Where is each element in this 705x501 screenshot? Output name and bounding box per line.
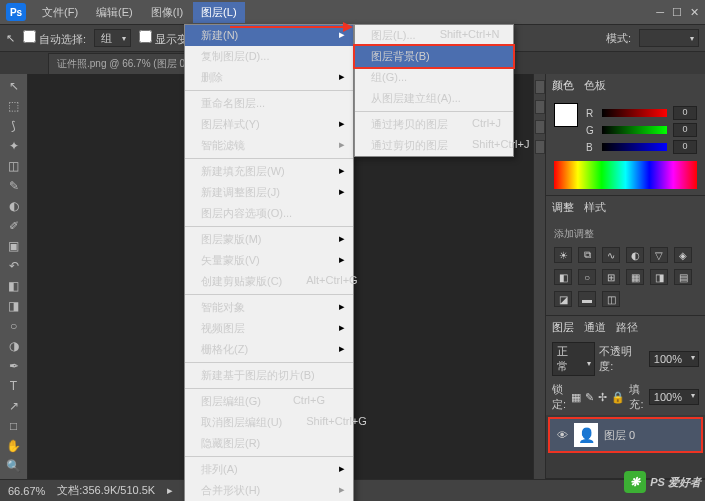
brush-tool[interactable]: ✐ — [2, 216, 26, 236]
stamp-tool[interactable]: ▣ — [2, 236, 26, 256]
pen-tool[interactable]: ✒ — [2, 356, 26, 376]
hand-tool[interactable]: ✋ — [2, 436, 26, 456]
maximize-icon[interactable]: ☐ — [672, 6, 682, 19]
tab-swatches[interactable]: 色板 — [584, 78, 606, 93]
eraser-tool[interactable]: ◧ — [2, 276, 26, 296]
menu-item[interactable]: 排列(A) — [185, 459, 353, 480]
layer-name[interactable]: 图层 0 — [604, 428, 635, 443]
layer-row[interactable]: 👁 👤 图层 0 — [548, 417, 703, 453]
close-icon[interactable]: ✕ — [690, 6, 699, 19]
menu-item[interactable]: 通过剪切的图层Shift+Ctrl+J — [355, 135, 513, 156]
vibrance-icon[interactable]: ▽ — [650, 247, 668, 263]
lock-all-icon[interactable]: 🔒 — [611, 391, 625, 404]
menu-file[interactable]: 文件(F) — [34, 2, 86, 23]
tab-layers[interactable]: 图层 — [552, 320, 574, 335]
opacity-value[interactable]: 100% — [649, 351, 699, 367]
menu-item[interactable]: 智能对象 — [185, 297, 353, 318]
eyedropper-tool[interactable]: ✎ — [2, 176, 26, 196]
minimize-icon[interactable]: ─ — [656, 6, 664, 19]
move-tool-icon[interactable]: ↖ — [6, 32, 15, 45]
menu-item[interactable]: 新建(N) — [185, 25, 353, 46]
collapsed-panel-icon[interactable] — [535, 80, 545, 94]
menu-item[interactable]: 取消图层编组(U)Shift+Ctrl+G — [185, 412, 353, 433]
photo-filter-icon[interactable]: ○ — [578, 269, 596, 285]
exposure-icon[interactable]: ◐ — [626, 247, 644, 263]
g-slider[interactable] — [602, 126, 667, 134]
menu-item[interactable]: 隐藏图层(R) — [185, 433, 353, 454]
b-slider[interactable] — [602, 143, 667, 151]
auto-select-checkbox[interactable] — [23, 30, 36, 43]
collapsed-panel-icon[interactable] — [535, 140, 545, 154]
tab-color[interactable]: 颜色 — [552, 78, 574, 93]
zoom-level[interactable]: 66.67% — [8, 485, 45, 497]
menu-item[interactable]: 重命名图层... — [185, 93, 353, 114]
menu-item[interactable]: 图层编组(G)Ctrl+G — [185, 391, 353, 412]
blend-mode-select[interactable]: 正常 — [552, 342, 595, 376]
menu-item[interactable]: 从图层建立组(A)... — [355, 88, 513, 109]
path-tool[interactable]: ↗ — [2, 396, 26, 416]
crop-tool[interactable]: ◫ — [2, 156, 26, 176]
gradient-map-icon[interactable]: ▬ — [578, 291, 596, 307]
hue-icon[interactable]: ◈ — [674, 247, 692, 263]
dodge-tool[interactable]: ◑ — [2, 336, 26, 356]
r-value[interactable]: 0 — [673, 106, 697, 120]
menu-item[interactable]: 复制图层(D)... — [185, 46, 353, 67]
selective-icon[interactable]: ◫ — [602, 291, 620, 307]
blur-tool[interactable]: ○ — [2, 316, 26, 336]
menu-item[interactable]: 视频图层 — [185, 318, 353, 339]
b-value[interactable]: 0 — [673, 140, 697, 154]
curves-icon[interactable]: ∿ — [602, 247, 620, 263]
heal-tool[interactable]: ◐ — [2, 196, 26, 216]
visibility-icon[interactable]: 👁 — [556, 429, 568, 441]
menu-item[interactable]: 新建基于图层的切片(B) — [185, 365, 353, 386]
menu-item[interactable]: 新建填充图层(W) — [185, 161, 353, 182]
r-slider[interactable] — [602, 109, 667, 117]
zoom-tool[interactable]: 🔍 — [2, 456, 26, 476]
lock-pixels-icon[interactable]: ▦ — [571, 391, 581, 404]
menu-item[interactable]: 组(G)... — [355, 67, 513, 88]
wand-tool[interactable]: ✦ — [2, 136, 26, 156]
menu-item[interactable]: 栅格化(Z) — [185, 339, 353, 360]
shape-tool[interactable]: □ — [2, 416, 26, 436]
tab-paths[interactable]: 路径 — [616, 320, 638, 335]
lasso-tool[interactable]: ⟆ — [2, 116, 26, 136]
invert-icon[interactable]: ◨ — [650, 269, 668, 285]
tab-adjustments[interactable]: 调整 — [552, 200, 574, 215]
threshold-icon[interactable]: ◪ — [554, 291, 572, 307]
fill-value[interactable]: 100% — [649, 389, 699, 405]
lock-paint-icon[interactable]: ✎ — [585, 391, 594, 404]
menu-edit[interactable]: 编辑(E) — [88, 2, 141, 23]
collapsed-panel-icon[interactable] — [535, 120, 545, 134]
color-spectrum[interactable] — [554, 161, 697, 189]
show-transform-checkbox[interactable] — [139, 30, 152, 43]
layer-thumbnail[interactable]: 👤 — [574, 423, 598, 447]
tab-styles[interactable]: 样式 — [584, 200, 606, 215]
menu-item[interactable]: 图层蒙版(M) — [185, 229, 353, 250]
marquee-tool[interactable]: ⬚ — [2, 96, 26, 116]
history-brush-tool[interactable]: ↶ — [2, 256, 26, 276]
menu-item[interactable]: 通过拷贝的图层Ctrl+J — [355, 114, 513, 135]
lookup-icon[interactable]: ▦ — [626, 269, 644, 285]
foreground-swatch[interactable] — [554, 103, 578, 127]
menu-item[interactable]: 图层样式(Y) — [185, 114, 353, 135]
menu-item[interactable]: 删除 — [185, 67, 353, 88]
menu-item[interactable]: 图层背景(B) — [353, 44, 515, 69]
levels-icon[interactable]: ⧉ — [578, 247, 596, 263]
lock-move-icon[interactable]: ✢ — [598, 391, 607, 404]
gradient-tool[interactable]: ◨ — [2, 296, 26, 316]
menu-layer[interactable]: 图层(L) — [193, 2, 244, 23]
move-tool[interactable]: ↖ — [2, 76, 26, 96]
menu-item[interactable]: 新建调整图层(J) — [185, 182, 353, 203]
menu-item[interactable]: 矢量蒙版(V) — [185, 250, 353, 271]
auto-select-type[interactable]: 组 — [94, 29, 131, 47]
bw-icon[interactable]: ◧ — [554, 269, 572, 285]
type-tool[interactable]: T — [2, 376, 26, 396]
mode-select[interactable] — [639, 29, 699, 47]
g-value[interactable]: 0 — [673, 123, 697, 137]
collapsed-panel-icon[interactable] — [535, 100, 545, 114]
menu-image[interactable]: 图像(I) — [143, 2, 191, 23]
menu-item[interactable]: 创建剪贴蒙版(C)Alt+Ctrl+G — [185, 271, 353, 292]
menu-item[interactable]: 图层(L)...Shift+Ctrl+N — [355, 25, 513, 46]
posterize-icon[interactable]: ▤ — [674, 269, 692, 285]
status-arrow-icon[interactable]: ▸ — [167, 484, 173, 497]
